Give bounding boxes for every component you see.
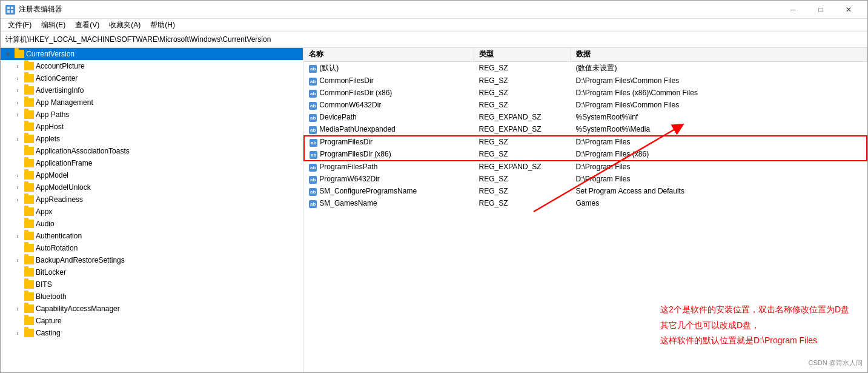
cell-name: ab(默认) <box>304 61 474 75</box>
menu-edit[interactable]: 编辑(E) <box>36 19 70 32</box>
close-button[interactable]: ✕ <box>835 1 863 19</box>
tree-item-advertisinginfo[interactable]: › AdvertisingInfo <box>1 84 303 96</box>
cell-type: REG_SZ <box>474 99 571 111</box>
cell-data: D:\Program Files <box>571 136 867 149</box>
menu-help[interactable]: 帮助(H) <box>145 19 180 32</box>
tree-item-applicationframe[interactable]: ApplicationFrame <box>1 157 303 169</box>
tree-panel: ▼ CurrentVersion › AccountPicture › Acti… <box>1 48 303 372</box>
cell-type: REG_SZ <box>474 61 571 75</box>
table-row[interactable]: abProgramW6432DirREG_SZD:\Program Files <box>304 173 867 185</box>
cell-data: %SystemRoot%\Media <box>571 123 867 136</box>
window-title: 注册表编辑器 <box>19 4 779 15</box>
tree-item-currentversion[interactable]: ▼ CurrentVersion <box>1 48 303 60</box>
expander-icon: › <box>13 255 22 265</box>
tree-item-appmanagement[interactable]: › App Management <box>1 96 303 109</box>
expander-icon: › <box>13 134 22 144</box>
tree-item-label: AutoRotation <box>36 244 78 252</box>
tree-item-bluetooth[interactable]: Bluetooth <box>1 291 303 303</box>
table-row[interactable]: ab(默认)REG_SZ(数值未设置) <box>304 61 867 75</box>
tree-item-bitlocker[interactable]: BitLocker <box>1 266 303 278</box>
cell-name: abSM_ConfigureProgramsName <box>304 185 474 197</box>
expander-icon: › <box>13 304 22 314</box>
cell-name: abCommonW6432Dir <box>304 99 474 111</box>
tree-item-label: Casting <box>36 329 61 337</box>
expander-icon <box>13 292 22 301</box>
tree-item-apphost[interactable]: AppHost <box>1 121 303 133</box>
cell-name: abProgramFilesDir <box>304 136 474 149</box>
tree-item-actioncenter[interactable]: › ActionCenter <box>1 72 303 84</box>
tree-item-capture[interactable]: Capture <box>1 315 303 327</box>
app-icon <box>5 5 15 15</box>
expander-icon: › <box>13 110 22 119</box>
table-row[interactable]: abDevicePathREG_EXPAND_SZ%SystemRoot%\in… <box>304 111 867 123</box>
tree-item-appreadiness[interactable]: › AppReadiness <box>1 193 303 206</box>
folder-icon <box>24 317 34 325</box>
tree-item-label: AppReadiness <box>36 195 83 204</box>
tree-item-applicationassociationtoasts[interactable]: ApplicationAssociationToasts <box>1 145 303 157</box>
tree-item-label: App Management <box>36 98 93 107</box>
folder-icon <box>24 171 34 180</box>
folder-icon <box>24 110 34 119</box>
tree-item-bits[interactable]: BITS <box>1 278 303 291</box>
expander-icon: ▼ <box>3 49 13 59</box>
tree-item-appmodel[interactable]: › AppModel <box>1 169 303 181</box>
watermark: CSDN @诗水人间 <box>809 358 863 368</box>
expander-icon: › <box>13 183 22 192</box>
tree-item-appmodelunlock[interactable]: › AppModelUnlock <box>1 181 303 193</box>
tree-item-backupandrestoresettings[interactable]: › BackupAndRestoreSettings <box>1 254 303 266</box>
table-row[interactable]: abProgramFilesDir (x86)REG_SZD:\Program … <box>304 148 867 161</box>
table-row[interactable]: abCommonFilesDir (x86)REG_SZD:\Program F… <box>304 87 867 99</box>
expander-icon <box>13 207 22 217</box>
folder-icon <box>24 159 34 167</box>
table-row[interactable]: abSM_ConfigureProgramsNameREG_SZSet Prog… <box>304 185 867 197</box>
folder-icon <box>24 147 34 155</box>
tree-item-authentication[interactable]: › Authentication <box>1 230 303 242</box>
table-row[interactable]: abCommonW6432DirREG_SZD:\Program Files\C… <box>304 99 867 111</box>
cell-name: abCommonFilesDir (x86) <box>304 87 474 99</box>
table-row[interactable]: abProgramFilesPathREG_EXPAND_SZD:\Progra… <box>304 161 867 173</box>
folder-icon <box>24 280 34 289</box>
values-scroll[interactable]: 名称 类型 数据 ab(默认)REG_SZ(数值未设置)abCommonFile… <box>303 48 867 372</box>
folder-icon <box>24 329 34 337</box>
cell-data: D:\Program Files <box>571 161 867 173</box>
tree-item-audio[interactable]: Audio <box>1 218 303 230</box>
cell-type: REG_SZ <box>474 87 571 99</box>
cell-data: %SystemRoot%\inf <box>571 111 867 123</box>
maximize-button[interactable]: □ <box>807 1 835 19</box>
folder-icon <box>24 123 34 131</box>
folder-icon <box>24 86 34 95</box>
tree-item-capabilityaccessmanager[interactable]: › CapabilityAccessManager <box>1 303 303 315</box>
expander-icon <box>13 316 22 326</box>
cell-data: Games <box>571 197 867 209</box>
expander-icon <box>13 146 22 156</box>
cell-name: abMediaPathUnexpanded <box>304 123 474 136</box>
tree-item-label: ApplicationFrame <box>36 159 92 167</box>
minimize-button[interactable]: ─ <box>779 1 807 19</box>
folder-icon <box>24 292 34 301</box>
tree-item-casting[interactable]: › Casting <box>1 327 303 339</box>
tree-item-label: AppModel <box>36 171 68 180</box>
table-row[interactable]: abProgramFilesDirREG_SZD:\Program Files <box>304 136 867 149</box>
svg-rect-0 <box>7 7 10 9</box>
expander-icon <box>13 219 22 229</box>
cell-name: abProgramW6432Dir <box>304 173 474 185</box>
cell-type: REG_SZ <box>474 197 571 209</box>
tree-item-label: Appx <box>36 207 52 216</box>
menu-favorites[interactable]: 收藏夹(A) <box>104 19 145 32</box>
folder-icon <box>24 304 34 313</box>
menu-file[interactable]: 文件(F) <box>3 19 36 32</box>
tree-item-apppaths[interactable]: › App Paths <box>1 109 303 121</box>
folder-icon <box>24 244 34 252</box>
tree-item-autorotation[interactable]: AutoRotation <box>1 242 303 254</box>
tree-item-applets[interactable]: › Applets <box>1 133 303 145</box>
table-row[interactable]: abSM_GamesNameREG_SZGames <box>304 197 867 209</box>
table-row[interactable]: abCommonFilesDirREG_SZD:\Program Files\C… <box>304 75 867 87</box>
menu-view[interactable]: 查看(V) <box>70 19 104 32</box>
cell-data: (数值未设置) <box>571 61 867 75</box>
tree-item-label: App Paths <box>36 110 69 119</box>
title-bar: 注册表编辑器 ─ □ ✕ <box>1 1 867 19</box>
table-row[interactable]: abMediaPathUnexpandedREG_EXPAND_SZ%Syste… <box>304 123 867 136</box>
tree-item-appx[interactable]: Appx <box>1 206 303 218</box>
tree-item-accountpicture[interactable]: › AccountPicture <box>1 60 303 72</box>
tree-body[interactable]: ▼ CurrentVersion › AccountPicture › Acti… <box>1 48 303 372</box>
